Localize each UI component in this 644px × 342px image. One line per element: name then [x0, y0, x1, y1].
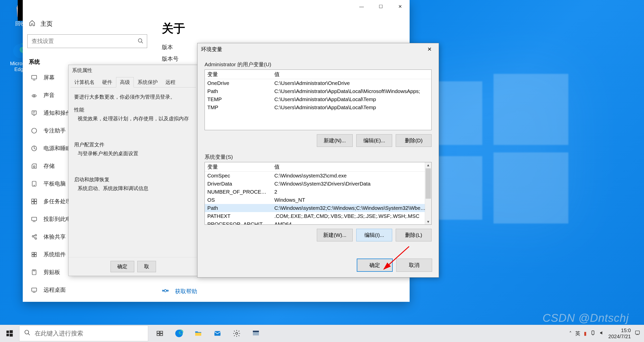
env-ok-button[interactable]: 确定	[357, 259, 393, 272]
system-tray[interactable]: ˄ 英 ▮ 15:0 2024/7/21	[566, 327, 644, 339]
system-properties-dialog: 系统属性 计算机名硬件高级系统保护远程 要进行大多数更改，你必须作为管理员登录。…	[68, 65, 198, 276]
user-new-button[interactable]: 新建(N)...	[317, 134, 353, 147]
env-var-row[interactable]: DriverDataC:\Windows\System32\Drivers\Dr…	[205, 180, 431, 188]
sys-vars-label: 系统变量(S)	[205, 153, 432, 161]
svg-rect-40	[160, 331, 163, 333]
env-var-row[interactable]: PathC:\Users\Administrator\AppData\Local…	[205, 87, 431, 95]
svg-point-12	[33, 166, 35, 168]
start-button[interactable]	[0, 325, 19, 342]
env-var-value: AMD64	[272, 220, 431, 225]
nav-label: 通知和操作	[43, 109, 71, 117]
env-close-button[interactable]: ✕	[424, 44, 435, 54]
sys-vars-table[interactable]: 变量值 ComSpecC:\Windows\system32\cmd.exeDr…	[205, 162, 432, 225]
env-var-value: .COM;.EXE;.BAT;.CMD;.VBS;.VBE;.JS;.JSE;.…	[272, 212, 431, 220]
env-var-name: PROCESSOR_ARCHITECTURE	[205, 220, 272, 225]
nav-icon	[30, 74, 38, 81]
close-button[interactable]: ✕	[390, 0, 410, 13]
env-var-name: OneDrive	[205, 79, 272, 87]
taskbar-search[interactable]: 在此键入进行搜索	[19, 326, 148, 341]
settings-search[interactable]	[27, 34, 147, 48]
sys-vars-scrollbar[interactable]: ▲ ▼	[425, 162, 431, 224]
user-vars-table[interactable]: 变量值 OneDriveC:\Users\Administrator\OneDr…	[205, 70, 432, 130]
search-input[interactable]	[27, 34, 147, 48]
sysprop-tab[interactable]: 远程	[162, 77, 179, 87]
env-var-value: C:\Users\Administrator\AppData\Local\Tem…	[272, 95, 431, 103]
tray-volume-icon[interactable]	[599, 330, 605, 337]
tray-ime-icon[interactable]: 英	[575, 330, 580, 337]
about-link[interactable]: 提供反馈	[162, 299, 399, 302]
tray-battery-icon[interactable]: ▮	[584, 330, 587, 336]
col-name[interactable]: 变量	[205, 70, 272, 79]
nav-item-12[interactable]: 远程桌面	[23, 281, 152, 299]
col-value2[interactable]: 值	[272, 162, 431, 172]
sysprop-tab[interactable]: 系统保护	[134, 77, 162, 87]
scroll-down-icon[interactable]: ▼	[425, 219, 431, 224]
user-delete-button[interactable]: 删除(D)	[396, 134, 432, 147]
desktop[interactable]: 回收 Microsoft Edge A — ☐ ✕ 主页	[0, 0, 644, 342]
env-var-row[interactable]: TMPC:\Users\Administrator\AppData\Local\…	[205, 103, 431, 111]
taskbar-edge[interactable]	[169, 325, 189, 342]
sysprop-cancel-button[interactable]: 取	[137, 261, 156, 272]
env-var-row[interactable]: PathC:\Windows\system32;C:\Windows;C:\Wi…	[205, 204, 431, 212]
nav-label: 声音	[43, 92, 55, 99]
taskbar-mail[interactable]	[208, 325, 227, 342]
svg-point-38	[25, 330, 29, 334]
taskbar-search-placeholder: 在此键入进行搜索	[35, 329, 83, 337]
env-var-row[interactable]: PATHEXT.COM;.EXE;.BAT;.CMD;.VBS;.VBE;.JS…	[205, 212, 431, 220]
env-var-row[interactable]: ComSpecC:\Windows\system32\cmd.exe	[205, 172, 431, 180]
scroll-up-icon[interactable]: ▲	[425, 162, 431, 168]
col-value[interactable]: 值	[272, 70, 431, 79]
sysprop-title[interactable]: 系统属性	[69, 65, 198, 76]
nav-label: 专注助手	[43, 127, 66, 134]
sys-delete-button[interactable]: 删除(L)	[396, 229, 432, 241]
taskbar-settings[interactable]	[227, 325, 246, 342]
about-link[interactable]: 获取帮助	[162, 284, 399, 299]
svg-point-7	[138, 39, 142, 42]
nav-icon	[30, 286, 38, 294]
sys-edit-button[interactable]: 编辑(I)...	[356, 229, 392, 241]
svg-rect-3	[494, 152, 568, 223]
settings-titlebar[interactable]: — ☐ ✕	[23, 0, 410, 13]
env-var-row[interactable]: PROCESSOR_ARCHITECTUREAMD64	[205, 220, 431, 225]
tray-chevron-up-icon[interactable]: ˄	[569, 330, 572, 336]
nav-icon	[30, 145, 38, 152]
sysprop-tab[interactable]: 高级	[116, 77, 134, 87]
user-vars-label: Administrator 的用户变量(U)	[205, 61, 432, 68]
svg-rect-10	[32, 111, 36, 114]
env-var-row[interactable]: TEMPC:\Users\Administrator\AppData\Local…	[205, 95, 431, 103]
svg-point-30	[162, 290, 164, 291]
tray-notification-icon[interactable]	[634, 330, 640, 337]
task-view-button[interactable]	[150, 325, 169, 342]
minimize-button[interactable]: —	[352, 0, 371, 13]
sys-new-button[interactable]: 新建(W)...	[317, 229, 353, 241]
nav-label: 电源和睡眠	[43, 145, 71, 152]
sysprop-tab[interactable]: 计算机名	[71, 77, 98, 87]
group-title: 启动和故障恢复	[74, 176, 192, 183]
home-label: 主页	[40, 20, 53, 28]
tray-network-icon[interactable]	[590, 330, 596, 337]
home-link[interactable]: 主页	[23, 18, 152, 30]
sysprop-ok-button[interactable]: 确定	[110, 261, 134, 272]
env-var-name: DriverData	[205, 180, 272, 188]
svg-rect-49	[635, 331, 639, 334]
sysprop-tab[interactable]: 硬件	[98, 77, 116, 87]
scroll-thumb[interactable]	[426, 168, 431, 199]
tray-time: 15:0	[621, 327, 631, 333]
env-var-row[interactable]: NUMBER_OF_PROCESSORS2	[205, 188, 431, 196]
taskbar-explorer[interactable]	[189, 325, 208, 342]
env-var-name: PATHEXT	[205, 212, 272, 220]
env-var-row[interactable]: OSWindows_NT	[205, 196, 431, 204]
svg-rect-37	[10, 334, 13, 336]
env-var-name: NUMBER_OF_PROCESSORS	[205, 188, 272, 196]
tray-clock[interactable]: 15:0 2024/7/21	[608, 327, 631, 339]
maximize-button[interactable]: ☐	[371, 0, 390, 13]
env-cancel-button[interactable]: 取消	[396, 259, 432, 272]
user-edit-button[interactable]: 编辑(E)...	[356, 134, 392, 147]
env-var-row[interactable]: OneDriveC:\Users\Administrator\OneDrive	[205, 79, 431, 87]
env-var-name: Path	[205, 87, 272, 95]
nav-icon	[30, 251, 38, 258]
col-name2[interactable]: 变量	[205, 162, 272, 172]
taskbar-app[interactable]	[246, 325, 265, 342]
env-titlebar[interactable]: 环境变量 ✕	[197, 43, 439, 55]
sysprop-hint: 要进行大多数更改，你必须作为管理员登录。	[74, 94, 192, 100]
